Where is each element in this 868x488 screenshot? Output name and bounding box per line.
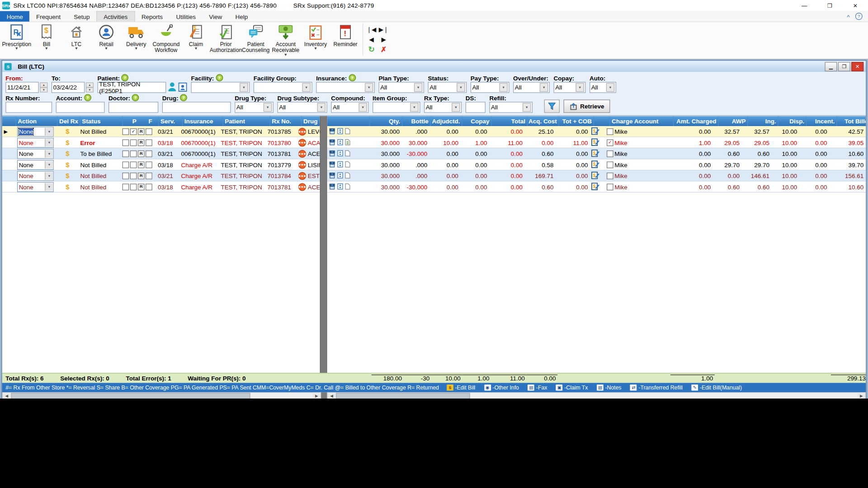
column-header-awp[interactable]: AWP xyxy=(718,116,748,126)
action-select[interactable]: None▾ xyxy=(17,171,54,181)
patient-card-icon[interactable] xyxy=(178,82,187,93)
column-header-checks[interactable]: PF xyxy=(123,116,159,126)
column-header-disp[interactable]: Disp. xyxy=(778,116,807,126)
page-icon[interactable] xyxy=(345,150,350,157)
row-checkbox[interactable] xyxy=(130,139,137,146)
toolbar-prior-auth-button[interactable]: Prior Authorization xyxy=(212,23,241,53)
charge-account-checkbox[interactable] xyxy=(607,172,613,179)
right-scroll-thumb[interactable] xyxy=(336,393,470,399)
menu-help[interactable]: Help xyxy=(229,11,255,21)
chevron-down-icon[interactable]: ▼ xyxy=(314,47,317,50)
table-row[interactable]: None▾$ErrorR03/1800670000(1)TEST, TRIPON… xyxy=(2,137,320,148)
table-row[interactable]: 30.000-30.0000.000.000.000.600.00$Mike0.… xyxy=(327,182,866,192)
column-header-ing[interactable]: Ing. xyxy=(748,116,778,126)
returned-flag-box[interactable]: R xyxy=(138,161,145,168)
table-row[interactable]: None▾$Not BilledR03/21Charge A/RTEST, TR… xyxy=(2,170,320,181)
nav-next-icon[interactable]: ▶ xyxy=(381,36,386,43)
child-close-button[interactable]: ✕ xyxy=(851,62,863,71)
scroll-right-icon[interactable]: ▶ xyxy=(313,393,321,399)
filter-select[interactable]: ▾ xyxy=(191,82,250,93)
right-hscrollbar[interactable]: ◀ ▶ xyxy=(327,392,866,399)
toolbar-reminder-button[interactable]: !Reminder xyxy=(331,23,360,47)
returned-flag-box[interactable]: R xyxy=(138,183,145,190)
left-hscrollbar[interactable]: ◀ ▶ xyxy=(2,392,321,399)
returned-flag-box[interactable]: R xyxy=(138,150,145,157)
filter-select[interactable]: All▾ xyxy=(331,102,368,113)
column-header-acq[interactable]: Acq. Cost xyxy=(528,116,559,126)
legend-item-edit[interactable]: ✎-Edit Bill(Manual) xyxy=(692,385,742,390)
help-icon[interactable]: ? xyxy=(84,94,91,101)
table-row[interactable]: None▾$To be BilledR03/2100670000(1)TEST,… xyxy=(2,148,320,159)
chevron-down-icon[interactable]: ▼ xyxy=(14,47,18,50)
column-header-sel[interactable] xyxy=(2,116,16,126)
legend-item-fax[interactable]: ▤-Fax xyxy=(528,385,547,390)
menu-home[interactable]: Home xyxy=(0,11,29,21)
column-header-rxno[interactable]: Rx No. xyxy=(270,116,302,126)
spinner[interactable]: ▲▼ xyxy=(40,82,47,92)
page-icon[interactable] xyxy=(345,161,350,169)
help-icon[interactable]: ? xyxy=(216,74,223,81)
chevron-down-icon[interactable]: ▼ xyxy=(194,47,198,50)
action-select[interactable]: None▾ xyxy=(17,127,54,136)
filter-select[interactable]: All▾ xyxy=(379,82,424,93)
column-header-serv[interactable]: Serv. xyxy=(159,116,183,126)
filter-input[interactable] xyxy=(56,102,105,113)
filter-select[interactable]: All▾ xyxy=(428,82,467,93)
doc-transfer-icon[interactable] xyxy=(337,172,343,179)
toolbar-counseling-button[interactable]: Patient Counseling xyxy=(241,23,270,53)
date-input[interactable]: 03/24/22 xyxy=(52,82,85,93)
column-header-totcob[interactable]: Tot + COB xyxy=(559,116,594,126)
child-restore-button[interactable]: ❐ xyxy=(838,62,850,71)
filter-input[interactable] xyxy=(108,102,158,113)
table-row[interactable]: 30.000.0000.000.000.00169.710.00$Mike0.0… xyxy=(327,170,866,181)
column-header-action[interactable]: Action xyxy=(16,116,58,126)
column-header-charge[interactable]: Charge Account xyxy=(610,116,674,126)
help-circle-icon[interactable]: ? xyxy=(855,13,863,20)
table-row[interactable]: 30.000-30.0000.000.000.000.600.00$Mike0.… xyxy=(327,148,866,159)
filter-select[interactable]: All▾ xyxy=(553,82,585,93)
close-button[interactable]: ✕ xyxy=(843,0,868,11)
edit-bill-icon[interactable]: $ xyxy=(591,138,599,147)
row-checkbox[interactable] xyxy=(146,150,152,157)
filter-select[interactable]: ▾ xyxy=(373,102,420,113)
column-header-adjudctd[interactable]: Adjudctd. xyxy=(431,116,462,126)
chevron-down-icon[interactable]: ▼ xyxy=(45,47,48,50)
print-rx-icon[interactable] xyxy=(329,161,335,169)
filter-select[interactable]: All▾ xyxy=(471,82,509,93)
table-row[interactable]: None▾$Not BilledR03/18Charge A/RTEST, TR… xyxy=(2,160,320,170)
help-icon[interactable]: ? xyxy=(180,94,187,101)
page-icon[interactable] xyxy=(345,183,350,191)
action-select[interactable]: None▾ xyxy=(17,149,54,159)
charge-account-checkbox[interactable]: ✓ xyxy=(607,139,613,146)
menu-setup[interactable]: Setup xyxy=(67,11,97,21)
nav-first-icon[interactable]: ❘◀ xyxy=(367,26,377,33)
column-header-patient[interactable]: Patient xyxy=(223,116,270,126)
filter-select[interactable]: All▾ xyxy=(590,82,616,93)
nav-last-icon[interactable]: ▶❘ xyxy=(379,26,389,33)
scroll-left-icon[interactable]: ◀ xyxy=(3,393,10,399)
row-checkbox[interactable] xyxy=(130,161,137,168)
row-checkbox[interactable] xyxy=(146,128,152,135)
page-icon[interactable] xyxy=(345,127,350,135)
menu-activities[interactable]: Activities xyxy=(96,11,135,21)
print-rx-icon[interactable] xyxy=(329,183,335,191)
edit-bill-icon[interactable]: $ xyxy=(591,127,599,136)
charge-account-checkbox[interactable] xyxy=(607,128,613,135)
doc-transfer-icon[interactable] xyxy=(337,127,343,135)
returned-flag-box[interactable]: R xyxy=(138,128,145,135)
filter-funnel-button[interactable] xyxy=(544,99,560,113)
toolbar-bill-button[interactable]: $Bill▼ xyxy=(32,23,61,50)
chevron-down-icon[interactable]: ▼ xyxy=(134,47,138,50)
charge-account-checkbox[interactable] xyxy=(607,150,613,157)
column-header-insurance[interactable]: Insurance xyxy=(183,116,223,126)
row-checkbox[interactable]: ✓ xyxy=(130,128,137,135)
row-checkbox[interactable] xyxy=(123,139,129,146)
toolbar-retail-button[interactable]: Retail▼ xyxy=(92,23,121,50)
legend-item-claim[interactable]: ▣-Claim Tx xyxy=(556,385,588,390)
row-checkbox[interactable] xyxy=(146,172,152,179)
legend-item-globe[interactable]: ◉-Other Info xyxy=(484,385,519,390)
filter-select[interactable]: All▾ xyxy=(489,102,533,113)
toolbar-receivable-button[interactable]: Account Receivable▼ xyxy=(271,23,300,56)
spinner[interactable]: ▲▼ xyxy=(86,82,94,92)
column-header-total[interactable]: Total xyxy=(491,116,528,126)
